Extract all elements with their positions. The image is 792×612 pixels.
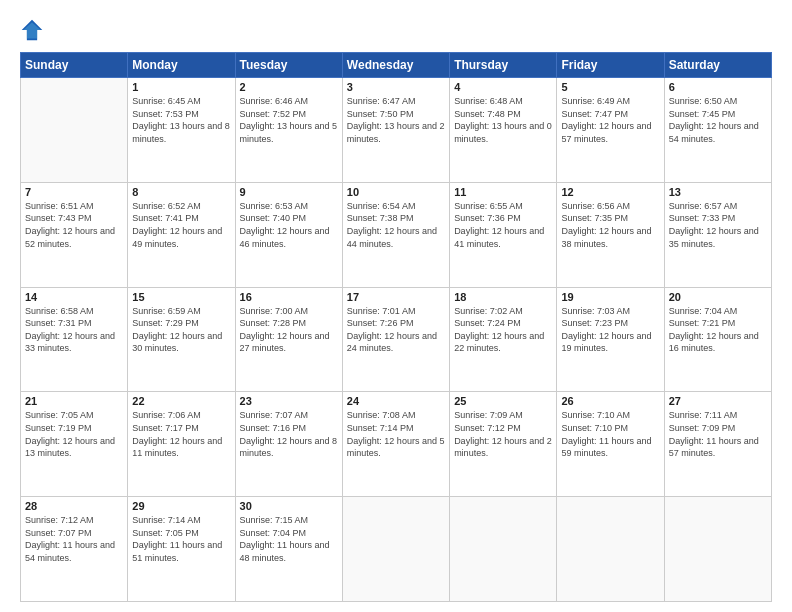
calendar-day-cell: 21 Sunrise: 7:05 AM Sunset: 7:19 PM Dayl…	[21, 392, 128, 497]
sunset-text: Sunset: 7:28 PM	[240, 317, 338, 330]
svg-marker-1	[23, 22, 40, 38]
calendar-day-cell: 26 Sunrise: 7:10 AM Sunset: 7:10 PM Dayl…	[557, 392, 664, 497]
calendar-day-cell: 27 Sunrise: 7:11 AM Sunset: 7:09 PM Dayl…	[664, 392, 771, 497]
daylight-text: Daylight: 12 hours and 33 minutes.	[25, 330, 123, 355]
sunrise-text: Sunrise: 7:14 AM	[132, 514, 230, 527]
sunset-text: Sunset: 7:33 PM	[669, 212, 767, 225]
sunrise-text: Sunrise: 6:45 AM	[132, 95, 230, 108]
day-number: 16	[240, 291, 338, 303]
daylight-text: Daylight: 12 hours and 22 minutes.	[454, 330, 552, 355]
daylight-text: Daylight: 11 hours and 59 minutes.	[561, 435, 659, 460]
calendar-body: 1 Sunrise: 6:45 AM Sunset: 7:53 PM Dayli…	[21, 78, 772, 602]
daylight-text: Daylight: 12 hours and 41 minutes.	[454, 225, 552, 250]
calendar-day-cell: 4 Sunrise: 6:48 AM Sunset: 7:48 PM Dayli…	[450, 78, 557, 183]
calendar-day-header: Wednesday	[342, 53, 449, 78]
day-number: 29	[132, 500, 230, 512]
sunrise-text: Sunrise: 6:58 AM	[25, 305, 123, 318]
day-info: Sunrise: 6:49 AM Sunset: 7:47 PM Dayligh…	[561, 95, 659, 145]
calendar-week-row: 28 Sunrise: 7:12 AM Sunset: 7:07 PM Dayl…	[21, 497, 772, 602]
daylight-text: Daylight: 12 hours and 8 minutes.	[240, 435, 338, 460]
calendar-day-header: Friday	[557, 53, 664, 78]
calendar-day-header: Saturday	[664, 53, 771, 78]
day-number: 7	[25, 186, 123, 198]
day-info: Sunrise: 6:56 AM Sunset: 7:35 PM Dayligh…	[561, 200, 659, 250]
day-number: 18	[454, 291, 552, 303]
calendar-week-row: 7 Sunrise: 6:51 AM Sunset: 7:43 PM Dayli…	[21, 182, 772, 287]
day-info: Sunrise: 7:05 AM Sunset: 7:19 PM Dayligh…	[25, 409, 123, 459]
day-number: 30	[240, 500, 338, 512]
sunset-text: Sunset: 7:17 PM	[132, 422, 230, 435]
daylight-text: Daylight: 12 hours and 27 minutes.	[240, 330, 338, 355]
daylight-text: Daylight: 11 hours and 57 minutes.	[669, 435, 767, 460]
calendar-day-cell: 6 Sunrise: 6:50 AM Sunset: 7:45 PM Dayli…	[664, 78, 771, 183]
sunrise-text: Sunrise: 7:02 AM	[454, 305, 552, 318]
day-number: 4	[454, 81, 552, 93]
sunrise-text: Sunrise: 7:07 AM	[240, 409, 338, 422]
day-info: Sunrise: 7:09 AM Sunset: 7:12 PM Dayligh…	[454, 409, 552, 459]
daylight-text: Daylight: 13 hours and 8 minutes.	[132, 120, 230, 145]
day-info: Sunrise: 7:02 AM Sunset: 7:24 PM Dayligh…	[454, 305, 552, 355]
day-info: Sunrise: 7:01 AM Sunset: 7:26 PM Dayligh…	[347, 305, 445, 355]
calendar-day-cell: 23 Sunrise: 7:07 AM Sunset: 7:16 PM Dayl…	[235, 392, 342, 497]
day-number: 14	[25, 291, 123, 303]
daylight-text: Daylight: 12 hours and 57 minutes.	[561, 120, 659, 145]
sunrise-text: Sunrise: 7:05 AM	[25, 409, 123, 422]
sunset-text: Sunset: 7:31 PM	[25, 317, 123, 330]
calendar-day-cell: 20 Sunrise: 7:04 AM Sunset: 7:21 PM Dayl…	[664, 287, 771, 392]
calendar-day-cell: 16 Sunrise: 7:00 AM Sunset: 7:28 PM Dayl…	[235, 287, 342, 392]
day-number: 26	[561, 395, 659, 407]
sunrise-text: Sunrise: 6:49 AM	[561, 95, 659, 108]
daylight-text: Daylight: 13 hours and 5 minutes.	[240, 120, 338, 145]
daylight-text: Daylight: 12 hours and 24 minutes.	[347, 330, 445, 355]
day-info: Sunrise: 6:51 AM Sunset: 7:43 PM Dayligh…	[25, 200, 123, 250]
daylight-text: Daylight: 12 hours and 13 minutes.	[25, 435, 123, 460]
calendar-day-cell: 2 Sunrise: 6:46 AM Sunset: 7:52 PM Dayli…	[235, 78, 342, 183]
daylight-text: Daylight: 12 hours and 54 minutes.	[669, 120, 767, 145]
sunset-text: Sunset: 7:52 PM	[240, 108, 338, 121]
sunrise-text: Sunrise: 6:59 AM	[132, 305, 230, 318]
calendar-week-row: 1 Sunrise: 6:45 AM Sunset: 7:53 PM Dayli…	[21, 78, 772, 183]
day-number: 21	[25, 395, 123, 407]
daylight-text: Daylight: 12 hours and 44 minutes.	[347, 225, 445, 250]
calendar-day-cell: 13 Sunrise: 6:57 AM Sunset: 7:33 PM Dayl…	[664, 182, 771, 287]
sunrise-text: Sunrise: 6:52 AM	[132, 200, 230, 213]
day-number: 2	[240, 81, 338, 93]
sunset-text: Sunset: 7:19 PM	[25, 422, 123, 435]
sunset-text: Sunset: 7:16 PM	[240, 422, 338, 435]
page-header	[20, 18, 772, 42]
daylight-text: Daylight: 11 hours and 54 minutes.	[25, 539, 123, 564]
calendar-day-cell: 5 Sunrise: 6:49 AM Sunset: 7:47 PM Dayli…	[557, 78, 664, 183]
sunrise-text: Sunrise: 7:12 AM	[25, 514, 123, 527]
day-number: 25	[454, 395, 552, 407]
day-number: 27	[669, 395, 767, 407]
calendar-day-cell	[557, 497, 664, 602]
sunset-text: Sunset: 7:10 PM	[561, 422, 659, 435]
sunrise-text: Sunrise: 6:46 AM	[240, 95, 338, 108]
daylight-text: Daylight: 12 hours and 49 minutes.	[132, 225, 230, 250]
sunset-text: Sunset: 7:14 PM	[347, 422, 445, 435]
day-info: Sunrise: 7:00 AM Sunset: 7:28 PM Dayligh…	[240, 305, 338, 355]
daylight-text: Daylight: 12 hours and 30 minutes.	[132, 330, 230, 355]
day-info: Sunrise: 7:15 AM Sunset: 7:04 PM Dayligh…	[240, 514, 338, 564]
sunset-text: Sunset: 7:09 PM	[669, 422, 767, 435]
day-info: Sunrise: 7:14 AM Sunset: 7:05 PM Dayligh…	[132, 514, 230, 564]
sunset-text: Sunset: 7:23 PM	[561, 317, 659, 330]
day-info: Sunrise: 7:07 AM Sunset: 7:16 PM Dayligh…	[240, 409, 338, 459]
sunset-text: Sunset: 7:12 PM	[454, 422, 552, 435]
day-info: Sunrise: 7:10 AM Sunset: 7:10 PM Dayligh…	[561, 409, 659, 459]
calendar-day-cell: 8 Sunrise: 6:52 AM Sunset: 7:41 PM Dayli…	[128, 182, 235, 287]
sunset-text: Sunset: 7:45 PM	[669, 108, 767, 121]
sunset-text: Sunset: 7:29 PM	[132, 317, 230, 330]
day-number: 28	[25, 500, 123, 512]
sunrise-text: Sunrise: 7:15 AM	[240, 514, 338, 527]
daylight-text: Daylight: 13 hours and 2 minutes.	[347, 120, 445, 145]
day-info: Sunrise: 7:12 AM Sunset: 7:07 PM Dayligh…	[25, 514, 123, 564]
day-info: Sunrise: 6:55 AM Sunset: 7:36 PM Dayligh…	[454, 200, 552, 250]
day-number: 10	[347, 186, 445, 198]
daylight-text: Daylight: 12 hours and 46 minutes.	[240, 225, 338, 250]
calendar-day-cell	[450, 497, 557, 602]
calendar-day-cell: 30 Sunrise: 7:15 AM Sunset: 7:04 PM Dayl…	[235, 497, 342, 602]
sunrise-text: Sunrise: 6:55 AM	[454, 200, 552, 213]
calendar-header-row: SundayMondayTuesdayWednesdayThursdayFrid…	[21, 53, 772, 78]
daylight-text: Daylight: 12 hours and 16 minutes.	[669, 330, 767, 355]
